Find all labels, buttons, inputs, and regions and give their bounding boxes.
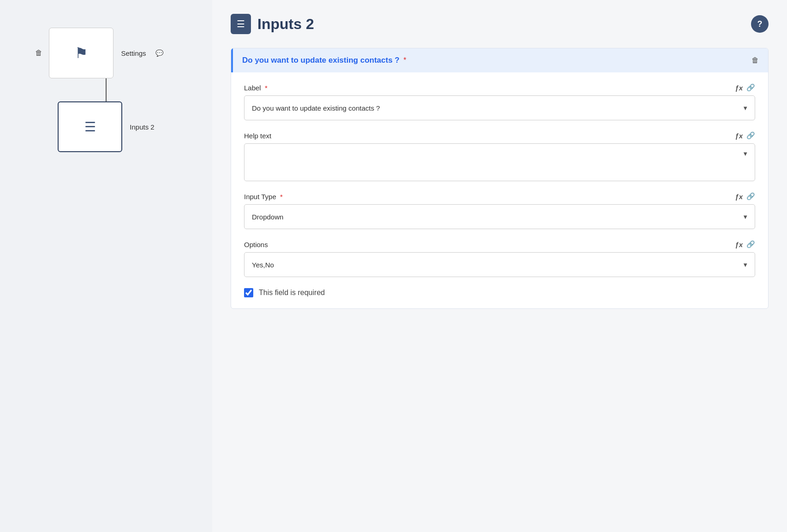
options-field-actions: ƒx 🔗: [735, 240, 755, 248]
form-icon: ☰: [237, 18, 245, 30]
options-field-group: Options ƒx 🔗 ▼: [244, 240, 755, 277]
section-title-group: Do you want to update existing contacts …: [242, 56, 406, 65]
right-panel: ☰ Inputs 2 ? Do you want to update exist…: [212, 0, 787, 532]
required-checkbox-row: This field is required: [244, 288, 755, 297]
options-input[interactable]: [244, 253, 736, 277]
help-button[interactable]: ?: [751, 15, 769, 33]
input-type-input[interactable]: [244, 205, 736, 229]
help-text-field-group: Help text ƒx 🔗 ▼: [244, 131, 755, 181]
help-text-link-icon[interactable]: 🔗: [746, 131, 755, 140]
label-fx-icon[interactable]: ƒx: [735, 84, 743, 92]
label-link-icon[interactable]: 🔗: [746, 83, 755, 92]
required-checkbox[interactable]: [244, 288, 253, 297]
help-text-field-header: Help text ƒx 🔗: [244, 131, 755, 140]
section-delete-button[interactable]: 🗑: [751, 56, 759, 65]
settings-comment-icon: 💬: [155, 49, 163, 57]
label-input[interactable]: [244, 96, 736, 120]
input-type-field-group: Input Type * ƒx 🔗 ▼: [244, 192, 755, 229]
label-field-header: Label * ƒx 🔗: [244, 83, 755, 92]
form-section: Do you want to update existing contacts …: [231, 48, 769, 309]
section-header: Do you want to update existing contacts …: [231, 48, 768, 72]
help-text-fx-icon[interactable]: ƒx: [735, 132, 743, 140]
connector-line: [106, 78, 107, 101]
settings-node[interactable]: ⚑: [49, 28, 113, 78]
options-field-header: Options ƒx 🔗: [244, 240, 755, 248]
settings-node-label: Settings: [121, 49, 146, 57]
options-link-icon[interactable]: 🔗: [746, 240, 755, 248]
label-field-group: Label * ƒx 🔗 ▼: [244, 83, 755, 120]
input-type-field-header: Input Type * ƒx 🔗: [244, 192, 755, 201]
required-checkbox-label[interactable]: This field is required: [259, 289, 325, 297]
label-dropdown-arrow[interactable]: ▼: [736, 105, 755, 112]
input-type-field-label: Input Type *: [244, 193, 283, 201]
inputs2-node[interactable]: ☰: [58, 101, 122, 152]
page-title-icon: ☰: [231, 14, 251, 34]
help-text-input-wrapper: ▼: [244, 143, 755, 181]
page-title: Inputs 2: [257, 16, 314, 33]
node-container: 🗑 ⚑ Settings 💬 ☰ Inputs 2: [49, 28, 163, 152]
label-required-star: *: [265, 84, 268, 92]
input-type-input-wrapper: ▼: [244, 204, 755, 229]
help-text-field-label: Help text: [244, 132, 271, 140]
settings-delete-icon[interactable]: 🗑: [35, 49, 42, 57]
input-type-fx-icon[interactable]: ƒx: [735, 193, 743, 201]
label-field-actions: ƒx 🔗: [735, 83, 755, 92]
form-body: Label * ƒx 🔗 ▼ Help text: [231, 72, 768, 308]
input-type-dropdown-arrow[interactable]: ▼: [736, 213, 755, 220]
settings-node-row: 🗑 ⚑ Settings 💬: [49, 28, 163, 78]
section-required-star: *: [403, 56, 406, 64]
options-field-label: Options: [244, 241, 268, 248]
page-header: ☰ Inputs 2 ?: [231, 14, 769, 34]
input-type-link-icon[interactable]: 🔗: [746, 192, 755, 201]
section-title: Do you want to update existing contacts …: [242, 56, 399, 65]
inputs2-node-row: ☰ Inputs 2: [58, 101, 154, 152]
help-text-input[interactable]: [244, 144, 736, 181]
help-text-field-actions: ƒx 🔗: [735, 131, 755, 140]
settings-flag-icon: ⚑: [75, 44, 88, 62]
inputs2-node-label: Inputs 2: [130, 123, 154, 131]
options-fx-icon[interactable]: ƒx: [735, 241, 743, 248]
options-dropdown-arrow[interactable]: ▼: [736, 261, 755, 268]
label-field-label: Label *: [244, 84, 268, 92]
title-group: ☰ Inputs 2: [231, 14, 314, 34]
options-input-wrapper: ▼: [244, 252, 755, 277]
input-type-field-actions: ƒx 🔗: [735, 192, 755, 201]
input-type-required-star: *: [280, 193, 283, 201]
label-input-wrapper: ▼: [244, 95, 755, 120]
inputs2-form-icon: ☰: [84, 119, 96, 135]
left-panel: 🗑 ⚑ Settings 💬 ☰ Inputs 2: [0, 0, 212, 532]
help-text-dropdown-arrow[interactable]: ▼: [736, 144, 755, 157]
